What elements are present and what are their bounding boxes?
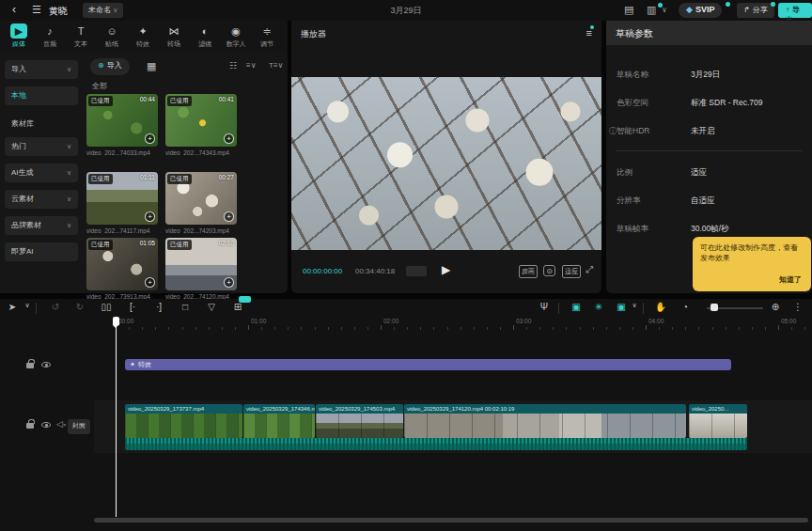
media-thumbnail[interactable]: 已使用 00:44 + [86, 94, 158, 147]
locate-playhead-icon[interactable]: ⊕ [769, 302, 782, 312]
view-mode-icon[interactable]: ☷ [229, 61, 237, 70]
ribbon-item-文本[interactable]: T 文本 [66, 23, 96, 49]
audio-waveform[interactable] [125, 438, 747, 450]
video-clip[interactable]: video_20250329_173737.mp4 [125, 404, 242, 438]
preview-axis-chevron-icon[interactable]: ∨ [628, 302, 641, 309]
ribbon-item-特效[interactable]: ✦ 特效 [128, 23, 158, 49]
playhead-line[interactable] [116, 318, 117, 517]
select-tool-chevron-icon[interactable]: ∨ [21, 302, 34, 309]
media-card[interactable]: 已使用 01:05 + video_202...73913.mp4 [86, 238, 158, 300]
media-thumbnail[interactable]: 已使用 00:41 + [165, 94, 237, 147]
ribbon-item-音频[interactable]: ♪ 音频 [35, 23, 65, 49]
param-value[interactable]: 适应 [691, 167, 707, 179]
focus-frame-icon[interactable]: ⊙ [543, 265, 555, 276]
playhead-handle[interactable] [113, 317, 119, 325]
share-button[interactable]: ↱分享 [737, 3, 774, 18]
layout-split-icon[interactable]: ▥ [647, 4, 656, 16]
preview-axis-toggle-icon[interactable]: ▣ [615, 302, 628, 312]
import-button[interactable]: ⊕导入 [90, 58, 130, 75]
pan-hand-icon[interactable]: ✋ [654, 302, 667, 312]
media-thumbnail[interactable]: 已使用 01:05 + [86, 238, 158, 290]
svip-button[interactable]: ◆SVIP [679, 3, 722, 18]
param-value[interactable]: 3月29日 [691, 70, 720, 81]
ribbon-item-数字人[interactable]: ◉ 数字人 [221, 23, 251, 49]
got-it-button[interactable]: 知道了 [779, 275, 802, 286]
sidebar-item-即梦AI[interactable]: 即梦AI [5, 242, 78, 261]
sidebar-item-导入[interactable]: 导入 ∨ [5, 60, 78, 79]
add-to-timeline-icon[interactable]: + [224, 133, 234, 144]
video-clip[interactable]: video_20250... [689, 404, 747, 438]
media-card[interactable]: 已使用 00:27 + video_202...74203.mp4 [165, 172, 237, 234]
param-value[interactable]: 未开启 [691, 126, 715, 137]
record-mic-icon[interactable]: Ψ [538, 302, 551, 312]
media-thumbnail[interactable]: 已使用 00:27 + [165, 172, 237, 225]
fit-ratio-button[interactable]: 适应 [562, 265, 581, 278]
layout-single-icon[interactable]: ▤ [624, 4, 633, 16]
lock-main-track-icon[interactable] [26, 423, 34, 429]
text-recognition-icon[interactable]: ⊞ [231, 302, 244, 312]
ribbon-item-媒体[interactable]: ▶ 媒体 [4, 23, 34, 49]
media-card[interactable]: 已使用 00:41 + video_202...74343.mp4 [165, 94, 237, 156]
sort-dropdown-icon[interactable]: ≡∨ [246, 61, 257, 70]
sidebar-item-品牌素材[interactable]: 品牌素材 ∨ [5, 216, 78, 235]
trim-right-icon[interactable]: ·] [152, 302, 165, 312]
redo-icon[interactable]: ↻ [73, 302, 86, 312]
effect-track-clip[interactable]: ✦特效 [125, 359, 731, 370]
ribbon-item-调节[interactable]: ≑ 调节 [252, 23, 282, 49]
snap-toggle-icon[interactable]: ▣ [570, 302, 583, 312]
grid-view-icon[interactable]: ▦ [147, 60, 156, 72]
trim-left-icon[interactable]: [· [126, 302, 139, 312]
lock-track-icon[interactable] [26, 363, 34, 368]
quality-button[interactable]: 原画 [519, 265, 538, 278]
sidebar-item-AI生成[interactable]: AI生成 ∨ [5, 164, 78, 182]
freeze-frame-icon[interactable]: □ [179, 302, 192, 312]
hide-main-track-icon[interactable] [41, 422, 51, 428]
sidebar-item-本地[interactable]: 本地 [5, 86, 78, 105]
linkage-toggle-icon[interactable]: ✳ [592, 302, 605, 312]
timeline-ruler[interactable]: 00:0001:0002:0003:0004:0005:00 [0, 318, 812, 332]
param-value[interactable]: 自适应 [691, 195, 715, 207]
video-clip[interactable]: video_20250329_174346.mp4 [243, 404, 315, 438]
cover-button[interactable]: 封面 [68, 419, 90, 434]
media-card[interactable]: 已使用 02:10 + video_202...74120.mp4 [165, 238, 237, 300]
sidebar-item-云素材[interactable]: 云素材 ∨ [5, 190, 78, 209]
param-value[interactable]: 标准 SDR - Rec.709 [691, 98, 763, 109]
media-card[interactable]: 已使用 00:44 + video_202...74033.mp4 [86, 94, 158, 156]
param-value[interactable]: 30.00帧/秒 [691, 224, 729, 235]
timecode-mode-box[interactable] [406, 266, 427, 276]
add-to-timeline-icon[interactable]: + [224, 277, 234, 288]
media-thumbnail[interactable]: 已使用 01:11 + [86, 172, 158, 225]
hide-track-icon[interactable] [41, 362, 51, 367]
video-preview[interactable] [291, 77, 601, 250]
media-card[interactable]: 已使用 01:11 + video_202...74117.mp4 [86, 172, 158, 234]
video-clip[interactable]: video_20250329_174120.mp4 00:02:10:19 [404, 404, 686, 438]
mute-track-icon[interactable]: ◁× [56, 419, 66, 429]
sidebar-item-热门[interactable]: 热门 ∨ [5, 137, 78, 156]
timeline-zoom-handle[interactable] [710, 304, 718, 311]
info-icon[interactable]: ⓘ [609, 127, 617, 135]
layout-chevron-icon[interactable]: ∨ [662, 6, 667, 14]
timeline-zoom-out-icon[interactable]: ◔ [679, 302, 692, 312]
add-to-timeline-icon[interactable]: + [145, 133, 155, 144]
ribbon-item-滤镜[interactable]: ◐ 滤镜 [190, 23, 220, 49]
timeline-horizontal-scrollbar[interactable] [94, 518, 808, 523]
fullscreen-icon[interactable]: ⤢ [586, 264, 593, 275]
timeline-more-icon[interactable]: ⋮ [791, 302, 804, 312]
draft-name-dropdown[interactable]: 未命名 ∨ [83, 3, 123, 18]
undo-icon[interactable]: ↺ [49, 302, 62, 312]
media-thumbnail[interactable]: 已使用 02:10 + [165, 238, 237, 290]
video-clip[interactable]: video_20250329_174503.mp4 [316, 404, 403, 438]
select-tool-icon[interactable]: ➤ [6, 302, 19, 312]
add-to-timeline-icon[interactable]: + [224, 211, 234, 222]
export-button[interactable]: ↑导出 [778, 3, 812, 18]
ribbon-item-转场[interactable]: ⋈ 转场 [159, 23, 189, 49]
split-icon[interactable]: ▯▯ [100, 302, 113, 312]
add-to-timeline-icon[interactable]: + [145, 211, 155, 222]
mask-icon[interactable]: ▽ [205, 302, 218, 312]
add-to-timeline-icon[interactable]: + [145, 277, 155, 288]
ribbon-item-贴纸[interactable]: ☺ 贴纸 [97, 23, 127, 49]
back-icon[interactable]: ‹ [8, 3, 21, 16]
play-icon[interactable]: ▶ [442, 263, 450, 276]
sidebar-item-素材库[interactable]: 素材库 [5, 115, 78, 133]
filter-dropdown-icon[interactable]: T≡∨ [269, 61, 283, 70]
